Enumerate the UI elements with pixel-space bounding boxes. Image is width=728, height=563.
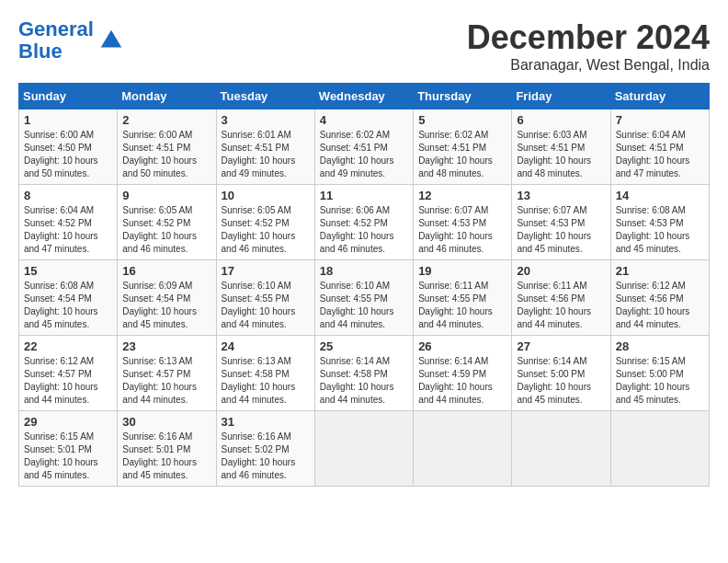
calendar-week-row: 15Sunrise: 6:08 AM Sunset: 4:54 PM Dayli… [19, 260, 710, 336]
table-row: 11Sunrise: 6:06 AM Sunset: 4:52 PM Dayli… [314, 185, 413, 260]
table-row: 22Sunrise: 6:12 AM Sunset: 4:57 PM Dayli… [19, 336, 118, 411]
table-row: 12Sunrise: 6:07 AM Sunset: 4:53 PM Dayli… [414, 185, 512, 260]
day-number: 10 [222, 189, 310, 202]
day-info: Sunrise: 6:12 AM Sunset: 4:56 PM Dayligh… [616, 280, 704, 331]
day-info: Sunrise: 6:04 AM Sunset: 4:52 PM Dayligh… [24, 204, 112, 256]
page-header: GeneralBlue December 2024 Baranagar, Wes… [18, 18, 710, 74]
day-number: 6 [517, 113, 605, 127]
day-info: Sunrise: 6:04 AM Sunset: 4:51 PM Dayligh… [616, 129, 704, 180]
calendar-table: Sunday Monday Tuesday Wednesday Thursday… [18, 83, 710, 487]
col-thursday: Thursday [414, 84, 512, 109]
day-info: Sunrise: 6:16 AM Sunset: 5:02 PM Dayligh… [222, 431, 310, 482]
table-row: 30Sunrise: 6:16 AM Sunset: 5:01 PM Dayli… [118, 411, 216, 487]
day-number: 22 [24, 339, 112, 353]
day-info: Sunrise: 6:10 AM Sunset: 4:55 PM Dayligh… [320, 280, 408, 331]
day-info: Sunrise: 6:07 AM Sunset: 4:53 PM Dayligh… [517, 204, 605, 256]
day-number: 13 [517, 189, 605, 202]
day-info: Sunrise: 6:00 AM Sunset: 4:51 PM Dayligh… [122, 129, 210, 180]
table-row: 1Sunrise: 6:00 AM Sunset: 4:50 PM Daylig… [19, 109, 118, 185]
day-number: 1 [24, 113, 112, 127]
day-number: 8 [24, 189, 112, 202]
table-row: 8Sunrise: 6:04 AM Sunset: 4:52 PM Daylig… [19, 185, 118, 260]
svg-marker-0 [101, 30, 122, 48]
day-info: Sunrise: 6:16 AM Sunset: 5:01 PM Dayligh… [122, 431, 210, 482]
day-number: 18 [320, 264, 408, 278]
day-info: Sunrise: 6:14 AM Sunset: 4:58 PM Dayligh… [320, 355, 408, 407]
table-row: 6Sunrise: 6:03 AM Sunset: 4:51 PM Daylig… [512, 109, 610, 185]
table-row: 25Sunrise: 6:14 AM Sunset: 4:58 PM Dayli… [314, 336, 413, 411]
table-row [512, 411, 610, 487]
day-info: Sunrise: 6:00 AM Sunset: 4:50 PM Dayligh… [24, 129, 112, 180]
day-info: Sunrise: 6:06 AM Sunset: 4:52 PM Dayligh… [320, 204, 408, 256]
day-info: Sunrise: 6:01 AM Sunset: 4:51 PM Dayligh… [222, 129, 310, 180]
day-number: 19 [418, 264, 506, 278]
calendar-week-row: 1Sunrise: 6:00 AM Sunset: 4:50 PM Daylig… [19, 109, 710, 185]
table-row: 7Sunrise: 6:04 AM Sunset: 4:51 PM Daylig… [610, 109, 709, 185]
table-row [314, 411, 413, 487]
logo-icon [97, 27, 125, 54]
day-info: Sunrise: 6:08 AM Sunset: 4:54 PM Dayligh… [24, 280, 112, 331]
day-number: 26 [418, 339, 506, 353]
table-row: 31Sunrise: 6:16 AM Sunset: 5:02 PM Dayli… [216, 411, 314, 487]
table-row: 27Sunrise: 6:14 AM Sunset: 5:00 PM Dayli… [512, 336, 610, 411]
title-block: December 2024 Baranagar, West Bengal, In… [467, 18, 710, 74]
day-number: 7 [616, 113, 704, 127]
table-row: 10Sunrise: 6:05 AM Sunset: 4:52 PM Dayli… [216, 185, 314, 260]
table-row: 21Sunrise: 6:12 AM Sunset: 4:56 PM Dayli… [610, 260, 709, 336]
day-number: 30 [122, 415, 210, 429]
day-number: 16 [122, 264, 210, 278]
day-info: Sunrise: 6:12 AM Sunset: 4:57 PM Dayligh… [24, 355, 112, 407]
day-number: 12 [418, 189, 506, 202]
calendar-week-row: 29Sunrise: 6:15 AM Sunset: 5:01 PM Dayli… [19, 411, 710, 487]
table-row [414, 411, 512, 487]
col-sunday: Sunday [19, 84, 118, 109]
day-number: 14 [616, 189, 704, 202]
table-row: 17Sunrise: 6:10 AM Sunset: 4:55 PM Dayli… [216, 260, 314, 336]
table-row: 16Sunrise: 6:09 AM Sunset: 4:54 PM Dayli… [118, 260, 216, 336]
calendar-week-row: 22Sunrise: 6:12 AM Sunset: 4:57 PM Dayli… [19, 336, 710, 411]
table-row: 2Sunrise: 6:00 AM Sunset: 4:51 PM Daylig… [118, 109, 216, 185]
table-row: 24Sunrise: 6:13 AM Sunset: 4:58 PM Dayli… [216, 336, 314, 411]
day-info: Sunrise: 6:08 AM Sunset: 4:53 PM Dayligh… [616, 204, 704, 256]
day-info: Sunrise: 6:11 AM Sunset: 4:55 PM Dayligh… [418, 280, 506, 331]
day-info: Sunrise: 6:15 AM Sunset: 5:00 PM Dayligh… [616, 355, 704, 407]
day-info: Sunrise: 6:05 AM Sunset: 4:52 PM Dayligh… [222, 204, 310, 256]
table-row: 15Sunrise: 6:08 AM Sunset: 4:54 PM Dayli… [19, 260, 118, 336]
day-number: 23 [122, 339, 210, 353]
table-row: 23Sunrise: 6:13 AM Sunset: 4:57 PM Dayli… [118, 336, 216, 411]
table-row: 13Sunrise: 6:07 AM Sunset: 4:53 PM Dayli… [512, 185, 610, 260]
day-number: 3 [222, 113, 310, 127]
table-row: 3Sunrise: 6:01 AM Sunset: 4:51 PM Daylig… [216, 109, 314, 185]
table-row [610, 411, 709, 487]
day-info: Sunrise: 6:10 AM Sunset: 4:55 PM Dayligh… [222, 280, 310, 331]
day-number: 15 [24, 264, 112, 278]
day-number: 31 [222, 415, 310, 429]
day-info: Sunrise: 6:05 AM Sunset: 4:52 PM Dayligh… [122, 204, 210, 256]
day-number: 24 [222, 339, 310, 353]
day-info: Sunrise: 6:14 AM Sunset: 5:00 PM Dayligh… [517, 355, 605, 407]
day-number: 28 [616, 339, 704, 353]
day-info: Sunrise: 6:07 AM Sunset: 4:53 PM Dayligh… [418, 204, 506, 256]
day-number: 25 [320, 339, 408, 353]
table-row: 26Sunrise: 6:14 AM Sunset: 4:59 PM Dayli… [414, 336, 512, 411]
table-row: 4Sunrise: 6:02 AM Sunset: 4:51 PM Daylig… [314, 109, 413, 185]
day-info: Sunrise: 6:13 AM Sunset: 4:57 PM Dayligh… [122, 355, 210, 407]
day-number: 21 [616, 264, 704, 278]
day-number: 20 [517, 264, 605, 278]
day-info: Sunrise: 6:02 AM Sunset: 4:51 PM Dayligh… [320, 129, 408, 180]
table-row: 28Sunrise: 6:15 AM Sunset: 5:00 PM Dayli… [610, 336, 709, 411]
day-number: 27 [517, 339, 605, 353]
day-info: Sunrise: 6:15 AM Sunset: 5:01 PM Dayligh… [24, 431, 112, 482]
table-row: 18Sunrise: 6:10 AM Sunset: 4:55 PM Dayli… [314, 260, 413, 336]
location: Baranagar, West Bengal, India [467, 57, 710, 74]
col-tuesday: Tuesday [216, 84, 314, 109]
calendar-header-row: Sunday Monday Tuesday Wednesday Thursday… [19, 84, 710, 109]
col-monday: Monday [118, 84, 216, 109]
col-friday: Friday [512, 84, 610, 109]
table-row: 14Sunrise: 6:08 AM Sunset: 4:53 PM Dayli… [610, 185, 709, 260]
day-number: 29 [24, 415, 112, 429]
day-number: 4 [320, 113, 408, 127]
table-row: 20Sunrise: 6:11 AM Sunset: 4:56 PM Dayli… [512, 260, 610, 336]
day-info: Sunrise: 6:11 AM Sunset: 4:56 PM Dayligh… [517, 280, 605, 331]
day-info: Sunrise: 6:14 AM Sunset: 4:59 PM Dayligh… [418, 355, 506, 407]
